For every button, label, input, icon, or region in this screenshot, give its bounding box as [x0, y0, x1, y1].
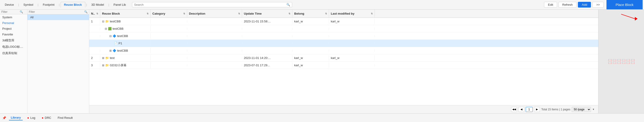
table-row[interactable]: 📄 P1 [89, 40, 598, 47]
cell-reuse: 📄 P1 [100, 41, 150, 46]
table-row[interactable]: ⊟ 🟩 testCBB [89, 25, 598, 32]
svg-line-0 [621, 14, 635, 19]
cell-lastmod [329, 42, 375, 44]
pcb-pad-row [608, 62, 634, 64]
cell-desc [187, 28, 242, 30]
sep3: | [58, 3, 60, 6]
pin-button[interactable]: 📌 [2, 116, 6, 120]
more-button[interactable]: >> [592, 2, 604, 7]
middle-items: All [28, 14, 89, 113]
tab-panel-lib[interactable]: Panel Lib [110, 2, 129, 7]
sort-reuse-icon: ⇅ [147, 12, 148, 15]
pcb-pad [613, 59, 616, 61]
prev-page-button[interactable]: ◀ [518, 107, 524, 112]
expand-icon[interactable]: ⊞ [102, 56, 104, 60]
cell-n: 2 [89, 55, 100, 61]
cell-category [150, 20, 187, 22]
middle-filter-input[interactable] [29, 10, 84, 13]
sub-icon2: 🔷 [112, 49, 116, 52]
cell-category [150, 50, 187, 52]
cell-belong: karl_w [292, 63, 329, 68]
cell-desc [187, 42, 242, 44]
col-header-update[interactable]: Update Time ⇅ [242, 9, 292, 18]
cell-category [150, 42, 187, 44]
expand-icon[interactable]: ⊟ [109, 34, 112, 38]
cell-reuse: ⊟ 📁 testCBB [100, 19, 150, 24]
table-row[interactable]: 3 ⊞ 📁 GD32小屏幕 2023-07-31 17:29... karl_w [89, 62, 598, 69]
per-page-select[interactable]: 10 /page 20 /page 50 /page 100 /page [572, 107, 591, 112]
first-page-button[interactable]: ◀◀ [511, 107, 517, 112]
search-input[interactable] [134, 3, 286, 6]
sep2: | [37, 3, 39, 6]
col-header-reuse[interactable]: Reuse Block ⇅ [100, 9, 150, 18]
folder-icon: 📁 [105, 20, 109, 23]
expand-icon[interactable]: ⊟ [102, 20, 104, 23]
next-page-button[interactable]: ▶ [534, 107, 540, 112]
cell-lastmod [329, 28, 375, 30]
svg-marker-1 [635, 17, 638, 20]
cell-update: 2023-07-31 17:29... [242, 63, 292, 68]
log-dot: ● [27, 116, 29, 120]
cell-reuse: ⊞ 📁 test [100, 55, 150, 61]
sidebar-item-sim[interactable]: 仿真库绘制 [0, 50, 27, 56]
table-row[interactable]: ⊞ 🔷 testCBB [89, 47, 598, 54]
sort-lastmod-icon: ⇅ [371, 12, 373, 15]
expand-icon[interactable]: ⊟ [105, 27, 107, 30]
sort-desc-icon: ⇅ [238, 12, 240, 15]
tab-device[interactable]: Device [1, 2, 18, 7]
tab-reuse-block[interactable]: Reuse Block [61, 2, 85, 7]
tab-3d-model[interactable]: 3D Model [88, 2, 108, 7]
add-button[interactable]: Add [578, 2, 591, 7]
bottom-tab-library[interactable]: Library [9, 115, 23, 121]
middle-panel: 🔍 All [28, 9, 89, 113]
col-header-lastmod[interactable]: Last modified by ⇅ [329, 9, 375, 18]
col-header-belong[interactable]: Belong ⇅ [292, 9, 329, 18]
col-header-desc[interactable]: Description ⇅ [187, 9, 242, 18]
left-filter-input[interactable] [1, 10, 20, 13]
bottom-tab-log[interactable]: ● Log [26, 115, 37, 120]
main-area: 🔍 System Personal Project Favorite 3d模型库… [0, 9, 644, 113]
table-header: N.. ⇅ Reuse Block ⇅ Category ⇅ Descripti… [89, 9, 598, 18]
tab-symbol[interactable]: Symbol [20, 2, 36, 7]
sub-icon: 🔷 [112, 34, 116, 38]
table-row[interactable]: 1 ⊟ 📁 testCBB 2023-11-01 15:58:... karl_… [89, 18, 598, 25]
folder-icon2: 📁 [105, 56, 109, 60]
table-row[interactable]: ⊟ 🔷 testCBB [89, 32, 598, 40]
sidebar-item-system[interactable]: System [0, 14, 27, 20]
place-block-button[interactable]: Place Block [606, 0, 643, 9]
cell-n [89, 28, 100, 30]
middle-filter-row: 🔍 [28, 9, 89, 14]
cell-reuse: ⊞ 🔷 testCBB [100, 48, 150, 53]
cell-reuse: ⊟ 🟩 testCBB [100, 26, 150, 31]
cell-update: 2023-11-01 15:58:... [242, 19, 292, 24]
table-row[interactable]: 2 ⊞ 📁 test 2023-11-01 14:20:... karl_w k… [89, 54, 598, 62]
middle-item-all[interactable]: All [28, 14, 89, 20]
expand-icon[interactable]: ⊞ [109, 49, 112, 52]
sidebar-item-favorite[interactable]: Favorite [0, 31, 27, 37]
sidebar-items: System Personal Project Favorite 3d模型库 电… [0, 14, 27, 113]
cell-reuse: ⊞ 📁 GD32小屏幕 [100, 62, 150, 68]
refresh-button[interactable]: Refresh [558, 2, 577, 7]
current-page-input[interactable] [526, 107, 532, 112]
col-header-n[interactable]: N.. ⇅ [89, 9, 100, 18]
tab-footprint[interactable]: Footprint [39, 2, 58, 7]
sidebar-item-logo[interactable]: 电器LOGO标.... [0, 44, 27, 50]
sidebar-item-project[interactable]: Project [0, 26, 27, 31]
pagination-bar: ◀◀ ◀ ▶ Total 15 Items | 1 pages 10 /page… [89, 105, 598, 113]
middle-filter-icon: 🔍 [84, 10, 88, 13]
cell-update [242, 50, 292, 52]
cell-update: 2023-11-01 14:20:... [242, 55, 292, 61]
pcb-pad [631, 59, 634, 61]
sidebar-item-3d[interactable]: 3d模型库 [0, 37, 27, 44]
cell-desc [187, 57, 242, 59]
bottom-tab-find[interactable]: Find Result [56, 115, 74, 120]
cell-n [89, 42, 100, 44]
expand-icon[interactable]: ⊞ [102, 64, 104, 67]
table-area: N.. ⇅ Reuse Block ⇅ Category ⇅ Descripti… [89, 9, 598, 113]
edit-button[interactable]: Edit [544, 2, 557, 7]
cell-update [242, 42, 292, 44]
bottom-tab-drc[interactable]: ● DRC [40, 115, 53, 120]
sidebar-item-personal[interactable]: Personal [0, 20, 27, 26]
preview-area [598, 9, 644, 113]
col-header-category[interactable]: Category ⇅ [150, 9, 187, 18]
